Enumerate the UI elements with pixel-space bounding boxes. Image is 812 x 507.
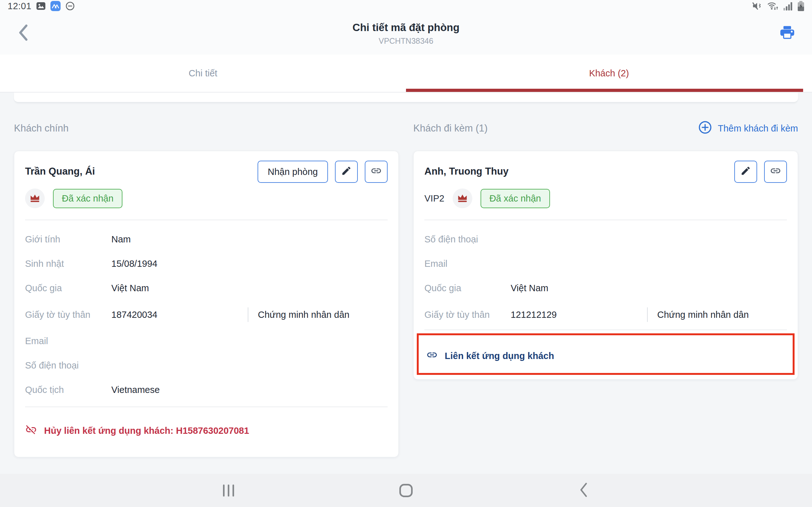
main-guest-card-head: Trần Quang, Ái Nhận phòng [25,161,388,183]
field-row-email: Email [25,336,388,346]
battery-icon [798,1,804,11]
booking-code: VPCHTN38346 [263,37,549,46]
accompanying-card-head: Anh, Truong Thuy [424,161,787,183]
link-app-label: Liên kết ứng dụng khách [445,351,554,361]
checkin-button[interactable]: Nhận phòng [258,161,328,183]
divider [424,330,787,330]
link-icon [370,165,382,179]
field-value: Việt Nam [511,283,548,293]
page-title: Chi tiết mã đặt phòng [263,21,549,34]
unlink-icon [25,424,37,438]
field-label: Số điện thoại [25,360,111,371]
recents-icon [223,485,234,497]
field-label: Giới tính [25,234,111,245]
id-document-type: Chứng minh nhân dân [657,309,749,320]
field-row-nationality: Quốc tịch Vietnamese [25,385,388,395]
field-row-gender: Giới tính Nam [25,234,388,245]
printer-icon [780,26,795,41]
nav-inner [217,480,595,502]
main-guest-section-title: Khách chính [14,123,68,134]
field-value: Nam [111,234,131,245]
field-row-country: Quốc gia Việt Nam [25,283,388,293]
edit-guest-button[interactable] [734,161,757,183]
field-row-country: Quốc gia Việt Nam [424,283,787,293]
accompanying-section-head: Khách đi kèm (1) Thêm khách đi kèm [413,121,798,135]
vip-label: VIP2 [424,193,444,204]
home-button[interactable] [395,480,417,502]
link-icon [770,165,781,179]
photo-icon [36,2,46,10]
wifi-icon [767,1,778,11]
chevron-left-icon [18,24,29,43]
back-button[interactable] [14,22,33,44]
home-icon [399,484,413,497]
accompanying-guest-actions [734,161,787,183]
crown-icon [25,188,45,208]
divider [25,406,388,407]
field-label: Email [25,336,111,346]
field-row-phone: Số điện thoại [424,234,787,245]
status-bar: 12:01 [0,0,812,12]
tab-bar: Chi tiết Khách (2) [0,55,812,93]
divider [25,220,388,220]
add-accompanying-guest-button[interactable]: Thêm khách đi kèm [698,120,798,136]
field-row-phone: Số điện thoại [25,360,388,371]
link-icon [426,349,438,363]
accompanying-guest-card: Anh, Truong Thuy [413,151,798,380]
pencil-icon [341,165,352,178]
annotation-highlight: Liên kết ứng dụng khách [417,333,795,375]
header-title-block: Chi tiết mã đặt phòng VPCHTN38346 [263,21,549,46]
field-label: Giấy tờ tùy thân [25,309,111,320]
divider [424,220,787,220]
tab-guests[interactable]: Khách (2) [406,55,812,92]
field-row-id-document: Giấy tờ tùy thân 187420034 Chứng minh nh… [25,307,388,322]
tab-details[interactable]: Chi tiết [0,55,406,92]
main-guest-section-head: Khách chính [14,121,399,135]
accompanying-section-title: Khách đi kèm (1) [413,123,488,134]
vertical-divider [647,307,648,322]
app-icon [50,1,61,11]
field-label: Quốc tịch [25,385,111,395]
field-row-id-document: Giấy tờ tùy thân 121212129 Chứng minh nh… [424,307,787,322]
id-document-type: Chứng minh nhân dân [258,309,350,320]
status-bar-right [752,1,804,11]
edit-guest-button[interactable] [335,161,358,183]
field-label: Email [424,259,511,269]
unlink-guest-app-link[interactable]: Hủy liên kết ứng dụng khách: H1587630207… [25,424,388,438]
field-label: Giấy tờ tùy thân [424,309,511,320]
field-value: 187420034 [111,309,248,320]
vibrate-mute-icon [752,2,762,10]
screen: 12:01 [0,0,812,507]
link-guest-button[interactable] [764,161,787,183]
link-guest-button[interactable] [365,161,388,183]
field-row-birthday: Sinh nhật 15/08/1994 [25,259,388,269]
header: Chi tiết mã đặt phòng VPCHTN38346 [0,12,812,55]
accompanying-badge-row: VIP2 Đã xác nhận [424,188,787,208]
field-value: 15/08/1994 [111,259,157,269]
plus-circle-icon [698,120,712,136]
recents-button[interactable] [217,480,240,502]
nav-back-button[interactable] [572,480,595,502]
main-guest-card: Trần Quang, Ái Nhận phòng [14,151,399,457]
field-label: Quốc gia [424,283,511,293]
add-guest-label: Thêm khách đi kèm [718,123,798,134]
main-guest-actions: Nhận phòng [258,161,388,183]
main-guest-column: Khách chính Trần Quang, Ái Nhận phòng [14,121,399,457]
crown-icon [453,188,472,208]
system-nav-bar [0,474,812,507]
do-not-disturb-icon [65,1,75,11]
field-label: Quốc gia [25,283,111,293]
status-badge: Đã xác nhận [53,189,122,208]
status-badge: Đã xác nhận [480,189,550,208]
vertical-divider [248,307,248,322]
nav-back-icon [579,482,588,499]
main-guest-name: Trần Quang, Ái [25,161,95,177]
active-tab-underline [406,89,803,92]
link-guest-app-link[interactable]: Liên kết ứng dụng khách [426,349,785,363]
print-button[interactable] [777,23,798,43]
field-value: Vietnamese [111,385,160,395]
accompanying-guest-name: Anh, Truong Thuy [424,161,508,177]
signal-icon [783,1,793,11]
pencil-icon [740,165,751,178]
content: Khách chính Trần Quang, Ái Nhận phòng [0,93,812,474]
